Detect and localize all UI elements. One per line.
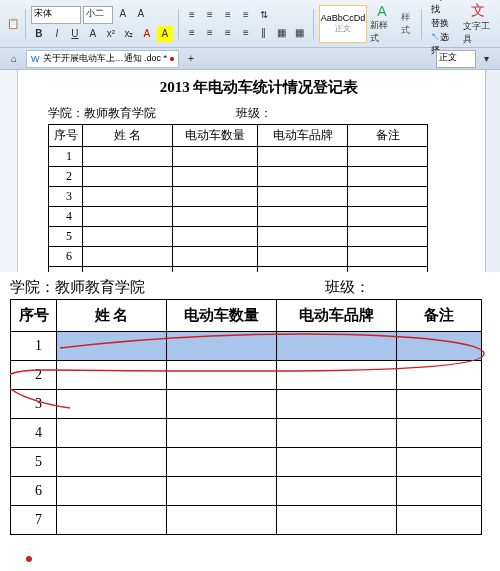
document-tab[interactable]: W 关于开展电动车上…通知 .doc * <box>26 50 179 68</box>
underline-button[interactable]: U <box>67 26 83 42</box>
justify-icon[interactable]: ≡ <box>238 25 254 41</box>
shading-icon[interactable]: ▦ <box>274 25 290 41</box>
table-header-row: 序号 姓 名 电动车数量 电动车品牌 备注 <box>11 300 482 332</box>
class-label: 班级： <box>236 105 272 122</box>
tab-title: 关于开展电动车上…通知 .doc * <box>43 52 168 65</box>
highlight-button[interactable]: A <box>157 26 173 42</box>
zoom-school-label: 学院： <box>10 279 55 295</box>
zoom-school-value: 教师教育学院 <box>55 279 145 295</box>
table-row: 4 <box>11 419 482 448</box>
table-row: 3 <box>49 187 428 207</box>
zoom-field[interactable]: 正文 <box>436 50 476 68</box>
col-qty: 电动车数量 <box>167 300 277 332</box>
options-icon[interactable]: ▾ <box>478 51 494 67</box>
number-list-icon[interactable]: ≡ <box>202 7 218 23</box>
bullet-list-icon[interactable]: ≡ <box>184 7 200 23</box>
section-style: 样式 <box>401 11 417 37</box>
document-area: 2013 年电动车统计情况登记表 学院：教师教育学院 班级： 序号 姓 名 电动… <box>0 70 500 272</box>
close-tab-icon[interactable] <box>170 57 174 61</box>
style-preview: AaBbCcDd <box>321 13 366 23</box>
align-right-icon[interactable]: ≡ <box>220 25 236 41</box>
bold-button[interactable]: B <box>31 26 47 42</box>
table-row: 1 <box>49 147 428 167</box>
zoom-table[interactable]: 序号 姓 名 电动车数量 电动车品牌 备注 1 2 3 4 5 6 7 <box>10 299 482 535</box>
grow-font-icon[interactable]: A <box>115 6 131 22</box>
col-no: 序号 <box>49 125 83 147</box>
vertical-ruler <box>0 70 18 272</box>
zoomed-detail-view: 学院：教师教育学院 班级： 序号 姓 名 电动车数量 电动车品牌 备注 1 2 … <box>0 272 500 569</box>
table-row: 7 <box>11 506 482 535</box>
outdent-icon[interactable]: ≡ <box>220 7 236 23</box>
col-note: 备注 <box>397 300 482 332</box>
red-dot-marker <box>26 556 32 562</box>
style-label: 正文 <box>335 23 351 34</box>
col-name: 姓 名 <box>57 300 167 332</box>
border-icon[interactable]: ▦ <box>292 25 308 41</box>
table-row: 6 <box>49 247 428 267</box>
italic-button[interactable]: I <box>49 26 65 42</box>
align-left-icon[interactable]: ≡ <box>184 25 200 41</box>
font-size-select[interactable]: 小二 <box>83 6 113 24</box>
ribbon: 📋 宋体 小二 A A B I U A x² x₂ A A ≡ <box>0 0 500 48</box>
page-title: 2013 年电动车统计情况登记表 <box>38 78 480 97</box>
doc-table[interactable]: 序号 姓 名 电动车数量 电动车品牌 备注 1 2 3 4 5 6 7 <box>48 124 428 287</box>
word-doc-icon: W <box>31 54 40 64</box>
table-row-highlighted: 1 <box>11 332 482 361</box>
zoom-class-label: 班级： <box>325 278 370 297</box>
paste-icon[interactable]: 📋 <box>6 16 20 32</box>
font-color-button[interactable]: A <box>139 26 155 42</box>
table-row: 5 <box>49 227 428 247</box>
replace-button[interactable]: 替换 <box>431 17 456 30</box>
col-no: 序号 <box>11 300 57 332</box>
col-brand: 电动车品牌 <box>277 300 397 332</box>
line-spacing-icon[interactable]: ‖ <box>256 25 272 41</box>
text-effect-button[interactable]: x² <box>103 26 119 42</box>
new-tab-icon[interactable]: + <box>183 51 199 67</box>
table-row: 2 <box>11 361 482 390</box>
shrink-font-icon[interactable]: A <box>133 6 149 22</box>
font-select[interactable]: 宋体 <box>31 6 81 24</box>
indent-icon[interactable]: ≡ <box>238 7 254 23</box>
col-qty: 电动车数量 <box>173 125 258 147</box>
home-tab-icon[interactable]: ⌂ <box>6 51 22 67</box>
table-header-row: 序号 姓 名 电动车数量 电动车品牌 备注 <box>49 125 428 147</box>
table-row: 4 <box>49 207 428 227</box>
document-page[interactable]: 2013 年电动车统计情况登记表 学院：教师教育学院 班级： 序号 姓 名 电动… <box>18 70 500 272</box>
col-brand: 电动车品牌 <box>258 125 348 147</box>
word-window: 📋 宋体 小二 A A B I U A x² x₂ A A ≡ <box>0 0 500 272</box>
strike-button[interactable]: A <box>85 26 101 42</box>
school-value: 教师教育学院 <box>84 106 156 120</box>
sort-icon[interactable]: ⇅ <box>256 7 272 23</box>
document-tab-bar: ⌂ W 关于开展电动车上…通知 .doc * + 正文 ▾ <box>0 48 500 70</box>
text-tools-button[interactable]: 文 文字工具 <box>463 2 494 46</box>
find-button[interactable]: 🔍查找 <box>431 0 456 16</box>
align-center-icon[interactable]: ≡ <box>202 25 218 41</box>
col-name: 姓 名 <box>83 125 173 147</box>
table-row: 3 <box>11 390 482 419</box>
subscript-button[interactable]: x₂ <box>121 26 137 42</box>
col-note: 备注 <box>348 125 428 147</box>
table-row: 5 <box>11 448 482 477</box>
style-gallery-item[interactable]: AaBbCcDd 正文 <box>319 5 368 43</box>
school-label: 学院： <box>48 106 84 120</box>
new-style-button[interactable]: A 新样式 <box>370 3 393 45</box>
table-row: 2 <box>49 167 428 187</box>
table-row: 6 <box>11 477 482 506</box>
